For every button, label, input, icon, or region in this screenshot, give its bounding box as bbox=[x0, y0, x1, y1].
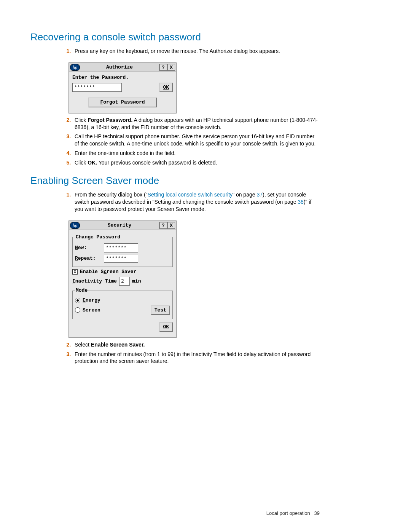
page-footer: Local port operation 39 bbox=[266, 510, 320, 517]
min-label: min bbox=[132, 278, 141, 285]
dialog-title: Authorize bbox=[80, 64, 159, 71]
hp-logo: hp bbox=[70, 64, 80, 71]
password-input[interactable]: ******* bbox=[72, 83, 122, 92]
heading-screen-saver: Enabling Screen Saver mode bbox=[30, 174, 320, 187]
ss-step-1: From the Security dialog box ("Setting l… bbox=[72, 191, 320, 213]
energy-label: Energy bbox=[83, 297, 100, 304]
ss-step-3: Enter the number of minutes (from 1 to 9… bbox=[72, 351, 320, 365]
inactivity-label: Inactivity Time bbox=[72, 278, 117, 285]
titlebar: hp Authorize ? X bbox=[69, 63, 176, 72]
forgot-password-button[interactable]: Forgot Password bbox=[88, 97, 157, 107]
test-button[interactable]: Test bbox=[151, 305, 170, 315]
security-dialog: hp Security ? X Change Password New: ***… bbox=[68, 220, 177, 338]
ok-button[interactable]: OK bbox=[159, 83, 173, 93]
new-password-input[interactable]: ******* bbox=[104, 243, 138, 252]
heading-recovering: Recovering a console switch password bbox=[30, 30, 320, 44]
help-icon[interactable]: ? bbox=[159, 222, 167, 229]
mode-group: Mode Energy Screen Test bbox=[72, 287, 173, 319]
close-icon[interactable]: X bbox=[167, 222, 175, 229]
password-prompt: Enter the Password. bbox=[72, 74, 173, 81]
link-setting-security[interactable]: Setting local console switch security bbox=[148, 192, 233, 198]
close-icon[interactable]: X bbox=[167, 64, 175, 71]
inactivity-input[interactable]: 2 bbox=[119, 277, 130, 286]
enable-screensaver-label: Enable Screen Saver bbox=[80, 268, 136, 275]
step-4: Enter the one-time unlock code in the fi… bbox=[72, 150, 320, 157]
mode-label: Mode bbox=[75, 287, 88, 294]
help-icon[interactable]: ? bbox=[159, 64, 167, 71]
step-5: Click OK. Your previous console switch p… bbox=[72, 159, 320, 166]
step-3: Call the HP technical support phone numb… bbox=[72, 133, 320, 147]
dialog-title: Security bbox=[80, 222, 159, 229]
ss-step-2: Select Enable Screen Saver. bbox=[72, 341, 320, 348]
screen-radio[interactable] bbox=[75, 307, 80, 313]
titlebar: hp Security ? X bbox=[69, 221, 176, 230]
energy-radio[interactable] bbox=[75, 298, 80, 303]
step-2: Click Forgot Password. A dialog box appe… bbox=[72, 117, 320, 131]
ok-button[interactable]: OK bbox=[159, 322, 173, 332]
link-page-38[interactable]: 38 bbox=[298, 199, 304, 205]
change-password-group: Change Password New: ******* Repeat: ***… bbox=[72, 234, 173, 267]
enable-screensaver-checkbox[interactable]: ⊠ bbox=[72, 269, 78, 275]
hp-logo: hp bbox=[70, 222, 80, 229]
screen-label: Screen bbox=[83, 307, 100, 314]
link-page-37[interactable]: 37 bbox=[256, 192, 263, 198]
step-1: Press any key on the keyboard, or move t… bbox=[72, 48, 320, 55]
repeat-label: Repeat: bbox=[75, 255, 102, 262]
repeat-password-input[interactable]: ******* bbox=[104, 254, 138, 263]
change-password-label: Change Password bbox=[75, 234, 121, 241]
new-label: New: bbox=[75, 244, 102, 251]
authorize-dialog: hp Authorize ? X Enter the Password. ***… bbox=[68, 62, 177, 113]
